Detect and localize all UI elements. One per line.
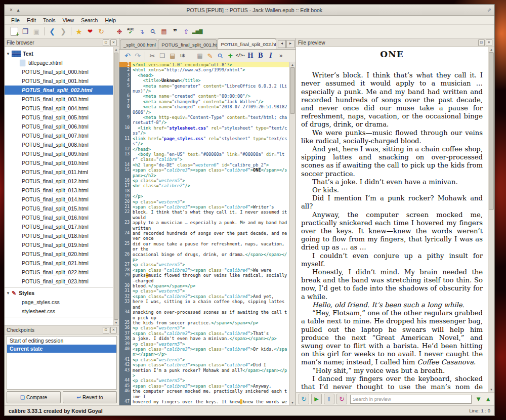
window-shade-icon[interactable]: ▴ [15, 7, 22, 13]
code-line[interactable]: 42<span class="calibre3"><span class="ca… [119, 362, 289, 367]
code-line[interactable]: 5 <meta name="generator" content="LibreO… [119, 83, 289, 94]
menu-edit[interactable]: Edit [23, 17, 39, 24]
compress-images-icon[interactable]: ▦ [159, 26, 169, 36]
more-tools-icon[interactable]: » [276, 51, 285, 60]
search-book-icon[interactable]: ⚲ [146, 24, 160, 38]
file-item[interactable]: POTUS_final_split_012.html [5, 177, 113, 186]
file-item[interactable]: POTUS_final_split_023.html [5, 277, 113, 286]
redo-icon[interactable]: ↷ [133, 51, 142, 60]
file-item[interactable]: POTUS_final_split_020.html [5, 249, 113, 259]
bold-icon[interactable]: B [256, 51, 265, 60]
code-line[interactable]: 43mention I'm a punk rocker? Mohawk and … [119, 368, 289, 379]
code-tag-icon[interactable]: </>▾ [236, 51, 245, 60]
code-line[interactable]: 41<p class="western5"> [119, 357, 289, 362]
code-line[interactable]: 20<p class="western5"> [119, 199, 289, 204]
file-preview-float-icon[interactable]: ⊡ [478, 39, 485, 46]
checkpoints-float-icon[interactable]: ⊡ [103, 327, 109, 333]
code-line[interactable]: 7 <meta name="changedby" content="Jack W… [119, 99, 289, 104]
code-line[interactable]: 24and recorded hundreds of songs over th… [119, 231, 289, 241]
tree-section-text[interactable]: ▼Text [5, 49, 113, 58]
scroll-thumb[interactable] [290, 67, 295, 114]
file-item[interactable]: POTUS_final_split_018.html [5, 231, 113, 240]
scroll-down-icon[interactable]: ▼ [115, 320, 118, 325]
scroll-thumb[interactable] [114, 53, 118, 320]
scroll-thumb[interactable] [489, 52, 494, 210]
file-item[interactable]: POTUS_final_split_016.html [5, 213, 113, 222]
code-line[interactable]: 16<p class="western5"> [119, 178, 289, 183]
code-line[interactable]: 21<span class="calibre3"><span class="ca… [119, 204, 289, 209]
code-line[interactable]: 31<p class="western5"> [119, 288, 289, 293]
code-line[interactable]: 14<h2 lang="de-DE" class="western6" id="… [119, 162, 289, 167]
file-item[interactable]: POTUS_final_split_015.html [5, 204, 113, 213]
revert-to-button[interactable]: ↩ Revert to [63, 391, 117, 403]
find-next-icon[interactable]: ▼ [475, 395, 482, 403]
spell-check-icon[interactable]: ABC✔ [125, 26, 136, 36]
code-line[interactable]: 29punks—music flowed through our veins l… [119, 273, 289, 283]
window-close-icon[interactable]: × [8, 7, 15, 13]
save-preview-icon[interactable]: ⇧ [324, 394, 334, 404]
scroll-up-icon[interactable]: ▲ [490, 47, 493, 52]
code-line[interactable]: 33here I was, sitting in a chain coffee … [119, 299, 289, 310]
code-line[interactable]: 35the kids from soccer practice.</span><… [119, 320, 289, 325]
file-tree-scrollbar[interactable]: ▲ ▼ [113, 47, 119, 325]
file-item[interactable]: POTUS_final_split_021.html [5, 259, 113, 268]
file-item[interactable]: POTUS_final_split_013.html [5, 186, 113, 195]
upload-book-icon[interactable]: ⇧ [181, 26, 191, 36]
code-line[interactable]: 2<html xmlns="http://www.w3.org/1999/xht… [119, 67, 289, 72]
code-line[interactable]: 37<span class="calibre3"><span class="ca… [119, 331, 289, 336]
code-line[interactable]: 28<span class="calibre3"><span class="ca… [119, 268, 289, 273]
code-line[interactable]: 6 <meta name="created" content="00:00:00… [119, 94, 289, 99]
run-preview-icon[interactable]: ▶ [311, 394, 322, 404]
code-line[interactable]: 12</head> [119, 147, 289, 152]
code-area[interactable]: 1<?xml version='1.0' encoding='utf-8'?>2… [119, 62, 289, 405]
file-item[interactable]: POTUS_final_split_017.html [5, 222, 113, 231]
code-line[interactable]: 19</p> [119, 194, 289, 199]
editor-tab[interactable]: _split_000.html✕ [120, 39, 157, 49]
smarten-punctuation-icon[interactable]: ❞ [170, 26, 180, 36]
code-scrollbar[interactable]: ▲ ▼ [289, 62, 296, 405]
go-forward-icon[interactable]: ❯ [58, 26, 68, 36]
file-item[interactable]: POTUS_final_split_008.html [5, 140, 113, 149]
open-book-icon[interactable]: ❐ [20, 26, 30, 36]
file-item[interactable]: POTUS_final_split_003.html [5, 95, 113, 104]
menu-search[interactable]: Search [77, 17, 101, 24]
code-editor[interactable]: 1<?xml version='1.0' encoding='utf-8'?>2… [119, 62, 296, 405]
tab-scroll-right-icon[interactable]: ▸ [286, 40, 294, 48]
code-line[interactable]: 9 <meta http-equiv="Content-Type" conten… [119, 115, 289, 125]
file-item[interactable]: POTUS_final_split_005.html [5, 113, 113, 122]
file-item[interactable]: POTUS_final_split_007.html [5, 131, 113, 140]
code-line[interactable]: 46the computer screen mocked me, practic… [119, 389, 289, 399]
file-item[interactable]: POTUS_final_split_000.html [5, 67, 113, 76]
donate-heart-icon[interactable]: ❤ [85, 26, 95, 36]
file-browser-float-icon[interactable]: ⊡ [103, 39, 109, 46]
code-line[interactable]: 23apply to a musician … especially a pun… [119, 220, 289, 231]
file-item[interactable]: POTUS_final_split_006.html [5, 122, 113, 131]
file-item[interactable]: POTUS_final_split_022.html [5, 268, 113, 277]
find-replace-icon[interactable]: ⚲ [214, 49, 226, 62]
file-item[interactable]: POTUS_final_split_009.html [5, 149, 113, 158]
reports-icon[interactable]: ▂▅▇ [192, 26, 202, 36]
preview-scrollbar[interactable]: ▲ ▼ [488, 47, 494, 392]
code-line[interactable]: 36<p class="western5"> [119, 325, 289, 330]
tab-scroll-left-icon[interactable]: ◂ [278, 40, 286, 48]
window-resize-icon[interactable]: ⇗ [487, 7, 491, 13]
code-line[interactable]: 45<span class="calibre3"><span class="ca… [119, 384, 289, 389]
code-line[interactable]: 1<?xml version='1.0' encoding='utf-8'?> [119, 62, 289, 67]
code-line[interactable]: 34snacking on over-processed scones as i… [119, 310, 289, 320]
code-line[interactable]: 11<link href="page_styles.css" rel="styl… [119, 136, 289, 147]
scroll-down-icon[interactable]: ▼ [490, 387, 493, 392]
menu-view[interactable]: View [59, 17, 78, 24]
code-line[interactable]: 38a joke. I didn't even have a minivan.<… [119, 336, 289, 341]
file-browser-close-icon[interactable]: ✕ [110, 39, 117, 46]
code-line[interactable]: 32<span class="calibre3"><span class="ca… [119, 294, 289, 299]
scroll-up-icon[interactable]: ▲ [115, 47, 118, 52]
chevron-down-icon[interactable]: ▼ [5, 52, 12, 56]
sync-icon[interactable]: ↻ [96, 26, 106, 36]
code-line[interactable]: 44<p class="western5"> [119, 378, 289, 383]
code-line[interactable]: 47hovered my fingers over the keys. It k… [119, 399, 289, 405]
file-item[interactable]: page_styles.css [5, 298, 113, 307]
code-line[interactable]: 40<span class="calibre3"><span class="ca… [119, 347, 289, 357]
file-item[interactable]: POTUS_final_split_014.html [5, 195, 113, 204]
insert-tag-icon[interactable]: ✚ [226, 51, 235, 60]
heading-icon[interactable]: H [246, 51, 255, 60]
